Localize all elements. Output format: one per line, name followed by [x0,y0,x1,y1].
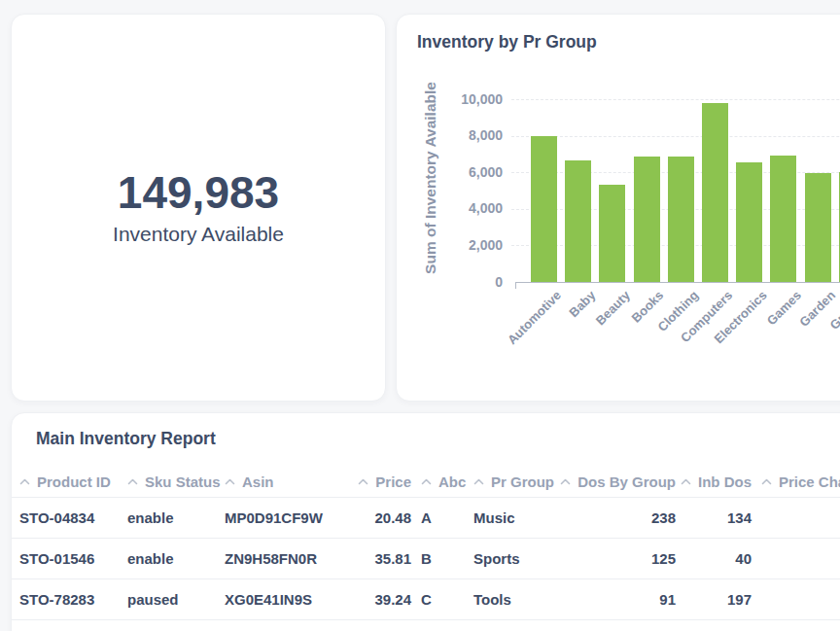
cell-product-id: STO-04834 [19,498,127,538]
column-header-label: Dos By Group [578,473,676,490]
kpi-label: Inventory Available [113,223,284,246]
column-header-abc[interactable]: Abc [421,466,473,497]
column-header-product-id[interactable]: Product ID [19,466,127,497]
dashboard-page: 149,983 Inventory Available Inventory by… [0,0,840,631]
cell-abc: A [421,498,473,538]
y-tick-label: 10,000 [461,91,503,107]
gridline-8000 [511,136,840,137]
sort-caret-icon [127,478,138,485]
x-axis-label-beauty: Beauty [592,288,632,328]
cell-product-id: STO-78283 [19,579,127,619]
cell-dos-by-group: 125 [565,539,685,578]
cell-product-id: STO-01546 [19,539,127,578]
inventory-table: Product IDSku StatusAsinPriceAbcPr Group… [12,466,840,620]
sort-caret-icon [681,478,691,485]
table-row: STO-01546enableZN9H58FN0R35.81BSports125… [12,539,840,579]
cell-inb-dos: 197 [685,579,761,619]
column-header-price-change[interactable]: Price Change [761,466,840,497]
column-header-label: Inb Dos [698,473,752,490]
cell-sku-status: enable [127,539,225,578]
x-axis-origin-tick [515,282,516,289]
x-axis-label-games: Games [763,288,803,328]
sort-caret-icon [225,478,235,485]
y-tick-label: 8,000 [469,127,503,143]
bar-electronics[interactable] [736,162,762,282]
cell-asin: XG0E41IN9S [225,579,359,619]
bar-beauty[interactable] [599,185,625,282]
table-row: STO-78283pausedXG0E41IN9S39.24CTools9119… [12,579,840,620]
cell-abc: C [421,579,473,619]
cell-price-change [761,539,840,578]
cell-asin: ZN9H58FN0R [225,539,359,578]
gridline-10000 [511,99,840,100]
bar-automotive[interactable] [531,136,557,282]
cell-pr-group: Sports [473,539,565,578]
sort-caret-icon [473,478,484,485]
cell-price: 39.24 [359,579,421,619]
column-header-sku-status[interactable]: Sku Status [127,466,225,497]
bar-games[interactable] [770,156,796,282]
bar-garden[interactable] [805,173,831,282]
cell-price-change [761,498,840,538]
cell-price-change [761,579,840,619]
cell-asin: MP0D91CF9W [225,498,359,538]
sort-caret-icon [560,478,571,485]
column-header-price[interactable]: Price [359,466,421,497]
bar-books[interactable] [634,157,660,282]
cell-inb-dos: 134 [685,498,761,538]
cell-sku-status: paused [127,579,225,619]
bar-chart-plot: 02,0004,0006,0008,00010,000AutomotiveBab… [397,15,840,402]
sort-caret-icon [421,478,432,485]
sort-caret-icon [358,478,368,485]
cell-price: 20.48 [359,498,421,538]
column-header-asin[interactable]: Asin [225,466,359,497]
column-header-label: Price Change [779,473,840,490]
cell-dos-by-group: 238 [565,498,685,538]
cell-dos-by-group: 91 [565,579,685,619]
cell-price: 35.81 [359,539,421,578]
bar-computers[interactable] [702,103,728,282]
table-row: STO-04834enableMP0D91CF9W20.48AMusic2381… [12,498,840,539]
column-header-pr-group[interactable]: Pr Group [473,466,565,497]
main-inventory-report-card: Main Inventory Report Product IDSku Stat… [11,412,840,631]
inventory-by-pr-group-chart-card: Inventory by Pr Group Sum of Inventory A… [396,14,840,402]
y-tick-label: 2,000 [469,237,503,253]
column-header-label: Sku Status [145,473,221,490]
cell-pr-group: Tools [473,579,565,619]
cell-abc: B [421,539,473,578]
column-header-dos-by-group[interactable]: Dos By Group [565,466,685,497]
column-header-label: Product ID [37,473,111,490]
table-header-row: Product IDSku StatusAsinPriceAbcPr Group… [12,466,840,498]
cell-pr-group: Music [473,498,565,538]
sort-caret-icon [761,478,772,485]
kpi-value: 149,983 [118,169,279,216]
column-header-label: Asin [242,473,274,490]
table-title: Main Inventory Report [36,429,216,449]
x-axis-line [515,282,840,283]
y-tick-label: 6,000 [469,164,503,180]
cell-inb-dos: 40 [685,539,761,578]
column-header-label: Pr Group [491,473,554,490]
bar-baby[interactable] [565,160,591,282]
bar-clothing[interactable] [668,157,694,282]
y-tick-label: 4,000 [469,200,503,216]
x-axis-label-automotive: Automotive [505,288,564,347]
column-header-inb-dos[interactable]: Inb Dos [685,466,761,497]
cell-sku-status: enable [127,498,225,538]
y-tick-label: 0 [495,274,503,290]
column-header-label: Abc [438,473,466,490]
inventory-available-kpi-card: 149,983 Inventory Available [11,14,386,402]
sort-caret-icon [19,478,30,485]
column-header-label: Price [375,473,411,490]
